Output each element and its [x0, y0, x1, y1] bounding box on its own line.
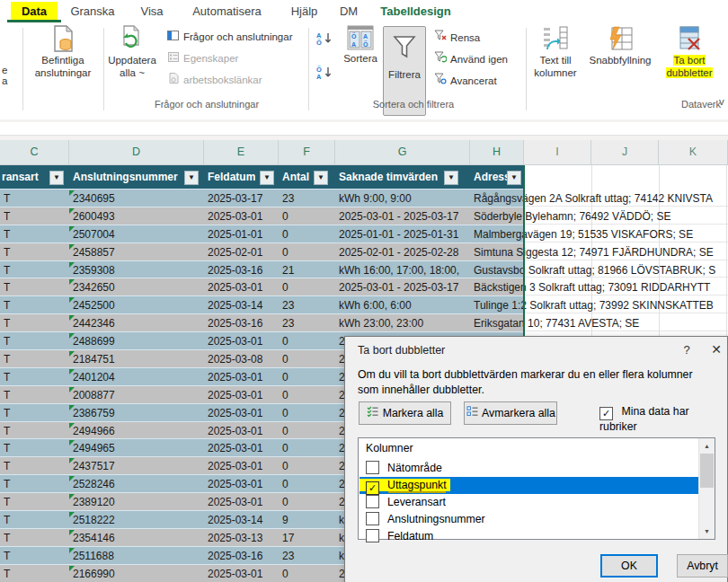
column-letter-D[interactable]: D	[69, 140, 204, 165]
my-data-has-headers-checkbox[interactable]: ✓ Mina data har rubriker	[599, 405, 727, 433]
column-letter-G[interactable]: G	[335, 140, 470, 165]
cell: T	[4, 279, 10, 295]
column-letter-C[interactable]: C	[0, 140, 69, 165]
header-leveransart: ransart	[2, 165, 39, 189]
cell: 2025-03-01	[208, 494, 262, 510]
checkbox-icon[interactable]	[366, 512, 379, 525]
help-button[interactable]: ?	[679, 343, 694, 357]
group-separator	[22, 28, 23, 110]
column-option-leveransart[interactable]: Leveransart	[360, 494, 700, 511]
group-label-sort-filter: Sortera och filtrera	[324, 99, 503, 110]
select-all-button[interactable]: Markera alla	[359, 401, 451, 425]
filter-dropdown-adress[interactable]: ▼	[507, 171, 521, 185]
remove-duplicates-icon	[661, 25, 717, 52]
reapply-filter-button[interactable]: Använd igen	[433, 51, 508, 66]
column-option-uttagspunkt[interactable]: ✓Uttagspunkt	[360, 477, 700, 494]
dialog-title: Ta bort dubbletter	[358, 344, 445, 357]
cell: 2494965	[73, 440, 115, 456]
filter-dropdown-anslutningsnummer[interactable]: ▼	[184, 171, 199, 185]
filter-dropdown-saknade[interactable]: ▼	[444, 171, 458, 185]
column-letter-H[interactable]: H	[470, 140, 524, 165]
columns-listbox[interactable]: Kolumner Nätområde✓UttagspunktLeveransar…	[358, 437, 715, 540]
svg-text:Ö: Ö	[316, 39, 322, 46]
error-indicator-icon	[69, 369, 75, 375]
close-icon[interactable]: ✕	[709, 342, 724, 357]
error-indicator-icon	[69, 566, 75, 571]
refresh-all-button[interactable]: Uppdatera alla ~	[106, 25, 158, 79]
tab-dm[interactable]: DM	[333, 2, 365, 21]
cell: 0	[282, 566, 289, 582]
cell: kWh 23:00, 23:00	[339, 315, 469, 331]
select-all-icon	[367, 406, 379, 417]
ok-button[interactable]: OK	[600, 554, 658, 578]
tab-tabelldesign[interactable]: Tabelldesign	[370, 2, 461, 21]
workbook-links-button[interactable]: arbetsbokslänkar	[166, 73, 262, 87]
advanced-funnel-icon	[433, 73, 447, 84]
clear-filter-button[interactable]: Rensa	[433, 30, 480, 44]
unselect-all-button[interactable]: Avmarkera alla	[464, 401, 557, 425]
queries-connections-button[interactable]: Frågor och anslutningar	[166, 30, 292, 44]
table-row[interactable]: T26004932025-03-0102025-03-01 - 2025-03-…	[0, 207, 524, 225]
scroll-up-icon[interactable]: ▲	[699, 438, 715, 454]
formula-bar[interactable]	[0, 122, 728, 136]
table-row[interactable]: T23593082025-03-1621kWh 16:00, 17:00, 18…	[0, 260, 524, 278]
sort-button[interactable]: Ö A A Ö Sortera	[340, 25, 381, 65]
checkbox-icon[interactable]: ✓	[366, 481, 379, 495]
tab-hjälp[interactable]: Hjälp	[280, 2, 328, 21]
svg-text:Ö: Ö	[363, 40, 368, 48]
table-row[interactable]: T24588572025-02-0102025-02-01 - 2025-02-…	[0, 242, 524, 260]
column-letter-J[interactable]: J	[591, 140, 659, 165]
error-indicator-icon	[69, 315, 75, 321]
cell: 2437517	[73, 458, 115, 474]
scroll-thumb[interactable]	[700, 454, 714, 488]
checkbox-icon[interactable]	[366, 495, 379, 508]
properties-icon	[166, 52, 180, 62]
cell: 2025-03-01	[208, 279, 262, 295]
column-option-anslutningsnummer[interactable]: Anslutningsnummer	[360, 511, 700, 528]
cell: 23	[282, 190, 294, 207]
tab-automatisera[interactable]: Automatisera	[180, 2, 274, 21]
column-letter-K[interactable]: K	[659, 140, 728, 165]
scrollbar[interactable]: ▲ ▼	[698, 438, 715, 539]
tab-visa[interactable]: Visa	[130, 2, 173, 21]
remove-duplicates-button[interactable]: Ta bort dubbletter	[661, 25, 717, 79]
checkbox-icon[interactable]	[366, 529, 379, 542]
column-letter-I[interactable]: I	[524, 140, 591, 165]
table-row[interactable]: T23406952025-03-1723kWh 9:00, 9:00Rågång…	[0, 189, 524, 207]
scroll-down-icon[interactable]: ▼	[699, 524, 715, 539]
cell: Rågångsvägen 2A Solkraft uttag; 74142 KN…	[474, 190, 713, 207]
existing-connections-button[interactable]: Befintliga anslutningar	[25, 25, 101, 79]
tab-granska[interactable]: Granska	[63, 2, 122, 21]
cell: 2359308	[73, 262, 115, 278]
error-indicator-icon	[69, 333, 75, 339]
table-row[interactable]: T25070042025-01-0102025-01-01 - 2025-01-…	[0, 225, 524, 242]
cell: 0	[282, 440, 289, 456]
sort-ascending-button[interactable]: AÖ	[316, 31, 334, 46]
checkbox-icon[interactable]	[366, 461, 379, 474]
advanced-filter-button[interactable]: Avancerat	[433, 73, 497, 87]
cell: 2025-03-01	[208, 476, 262, 492]
column-headers: CDEFGHIJK	[0, 140, 728, 165]
table-row[interactable]: T23426502025-03-0102025-03-01 - 2025-03-…	[0, 278, 524, 295]
cell: 2458857	[73, 244, 115, 260]
filter-dropdown-feldatum[interactable]: ▼	[260, 171, 274, 185]
cell: 2600493	[73, 208, 115, 225]
cell: 2025-03-01	[208, 369, 262, 385]
flash-fill-button[interactable]: Snabbfyllning	[584, 25, 656, 66]
ribbon-clipped-button-fragment[interactable]: e a	[2, 65, 7, 86]
cell: T	[4, 262, 10, 278]
sort-descending-button[interactable]: ÖA	[316, 66, 334, 80]
filter-dropdown-antal[interactable]: ▼	[314, 171, 328, 185]
column-letter-F[interactable]: F	[279, 140, 335, 165]
cell: 9	[282, 512, 289, 528]
properties-button[interactable]: Egenskaper	[166, 51, 238, 66]
cancel-button[interactable]: Avbryt	[677, 554, 728, 578]
tab-data[interactable]: Data	[11, 2, 58, 21]
column-letter-E[interactable]: E	[204, 140, 279, 165]
column-option-nätområde[interactable]: Nätområde	[360, 460, 700, 477]
filter-dropdown-leveransart[interactable]: ▼	[49, 171, 64, 185]
text-to-columns-button[interactable]: Text till kolumner	[532, 25, 579, 79]
column-option-feldatum[interactable]: Feldatum	[360, 528, 700, 545]
table-row[interactable]: T24423462025-03-1623kWh 23:00, 23:00Erik…	[0, 313, 524, 331]
table-row[interactable]: T24525002025-03-1423kWh 6:00, 6:00Tuling…	[0, 295, 524, 313]
